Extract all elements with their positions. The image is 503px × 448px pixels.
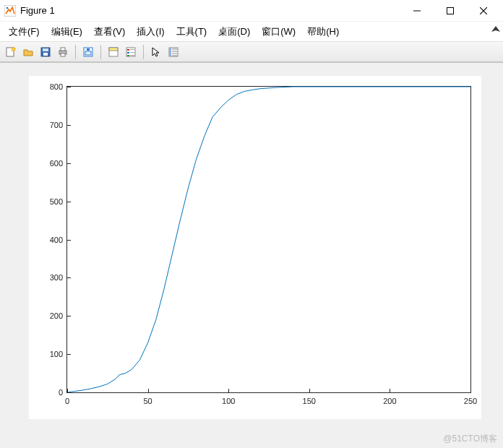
svg-rect-2 [447,7,454,14]
cursor-icon[interactable] [148,44,164,60]
close-button[interactable] [467,0,500,22]
menu-file[interactable]: 文件(F) [3,22,46,41]
minimize-button[interactable] [400,0,434,22]
inspector-icon[interactable] [106,44,121,60]
menu-insert[interactable]: 插入(I) [131,22,170,41]
x-tick-label: 100 [222,397,235,405]
legend-icon[interactable] [123,44,139,60]
page-setup-icon[interactable] [80,44,96,60]
maximize-button[interactable] [434,0,467,22]
y-tick-label: 200 [50,311,63,320]
brush-icon[interactable] [165,44,181,60]
svg-rect-9 [61,48,65,51]
axes[interactable]: 0100200300400500600700800050100150200250 [29,76,481,419]
svg-rect-7 [43,53,48,56]
svg-rect-21 [130,52,134,53]
y-tick-label: 500 [50,197,63,206]
svg-rect-22 [130,55,134,56]
new-figure-icon[interactable] [3,44,19,60]
toolbar-separator [75,45,76,59]
svg-rect-13 [87,48,90,51]
print-icon[interactable] [55,44,71,60]
svg-rect-10 [61,53,65,56]
y-tick-label: 300 [50,273,63,282]
svg-rect-24 [169,48,171,56]
toolbar-separator [100,45,101,59]
svg-point-4 [12,47,15,50]
y-tick-label: 100 [50,350,63,358]
x-tick-label: 200 [383,397,396,405]
toolbar-separator [143,45,144,59]
menu-desktop[interactable]: 桌面(D) [212,22,256,41]
x-tick-label: 150 [303,397,316,405]
quick-access-dropdown-icon[interactable] [491,26,500,38]
y-tick-label: 400 [50,236,63,244]
menubar: 文件(F) 编辑(E) 查看(V) 插入(I) 工具(T) 桌面(D) 窗口(W… [0,22,503,42]
y-tick-label: 600 [50,159,63,168]
svg-rect-20 [130,49,134,50]
svg-rect-12 [85,51,91,55]
svg-rect-17 [127,49,129,51]
data-line [67,87,470,392]
svg-rect-19 [127,55,129,56]
svg-point-1 [7,7,9,9]
watermark: @51CTO博客 [443,433,497,445]
menu-help[interactable]: 帮助(H) [301,22,345,41]
svg-rect-18 [127,52,129,53]
svg-rect-15 [109,48,118,51]
toolbar [0,42,503,62]
figure-canvas: 0100200300400500600700800050100150200250… [0,62,503,448]
y-tick-label: 700 [50,121,63,129]
x-tick-label: 50 [143,397,152,405]
open-icon[interactable] [20,44,36,60]
menu-view[interactable]: 查看(V) [88,22,131,41]
window-title: Figure 1 [20,5,55,16]
menu-edit[interactable]: 编辑(E) [46,22,88,41]
matlab-figure-icon [4,5,16,17]
svg-rect-6 [43,48,48,51]
titlebar: Figure 1 [0,0,503,22]
menu-window[interactable]: 窗口(W) [256,22,301,41]
plot-box: 0100200300400500600700800050100150200250 [66,86,471,393]
save-icon[interactable] [38,44,53,60]
y-tick-label: 800 [50,82,63,91]
menu-tools[interactable]: 工具(T) [171,22,213,41]
x-tick-label: 250 [464,397,477,405]
x-tick-label: 0 [65,397,69,405]
y-tick-label: 0 [59,388,63,397]
